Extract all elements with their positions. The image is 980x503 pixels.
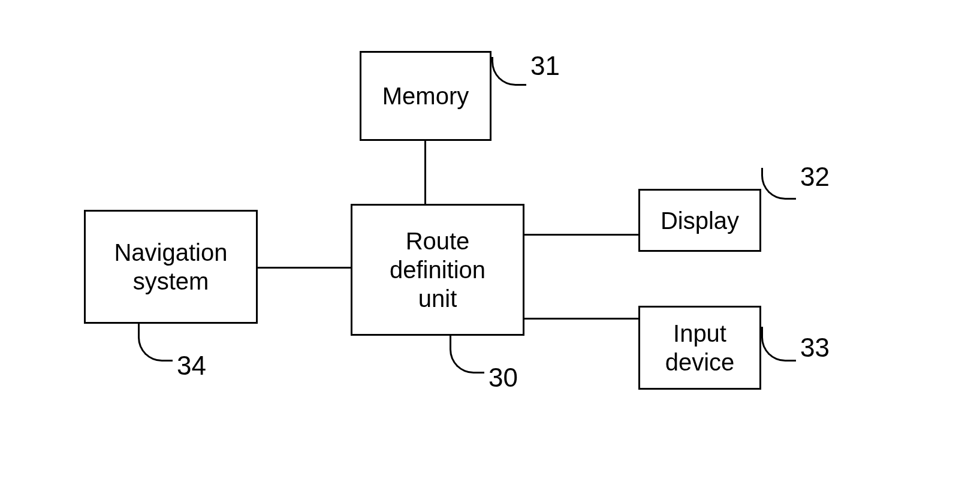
ref-34: 34 [177, 351, 206, 381]
ref-33: 33 [800, 333, 830, 363]
block-diagram: Memory 31 Route definition unit 30 Navig… [0, 0, 980, 503]
block-input-device: Input device [638, 306, 761, 390]
block-input-device-label: Input device [665, 319, 735, 377]
block-memory: Memory [360, 51, 491, 141]
ref-32: 32 [800, 162, 830, 192]
ref-30: 30 [489, 363, 518, 393]
leader-32 [761, 168, 796, 200]
connector-route-to-input [524, 318, 638, 320]
leader-31 [491, 57, 526, 86]
connector-route-to-display [524, 234, 638, 236]
leader-30 [450, 336, 484, 374]
block-display-label: Display [661, 206, 739, 235]
block-route-definition-unit: Route definition unit [351, 204, 524, 336]
leader-33 [761, 327, 796, 362]
connector-nav-to-route [258, 267, 351, 269]
block-route-definition-unit-label: Route definition unit [390, 227, 486, 313]
leader-34 [138, 324, 173, 362]
block-navigation-system-label: Navigation system [114, 238, 227, 296]
connector-memory-to-route [424, 141, 426, 204]
block-display: Display [638, 189, 761, 252]
ref-31: 31 [530, 51, 560, 81]
block-navigation-system: Navigation system [84, 210, 258, 324]
block-memory-label: Memory [382, 82, 469, 110]
